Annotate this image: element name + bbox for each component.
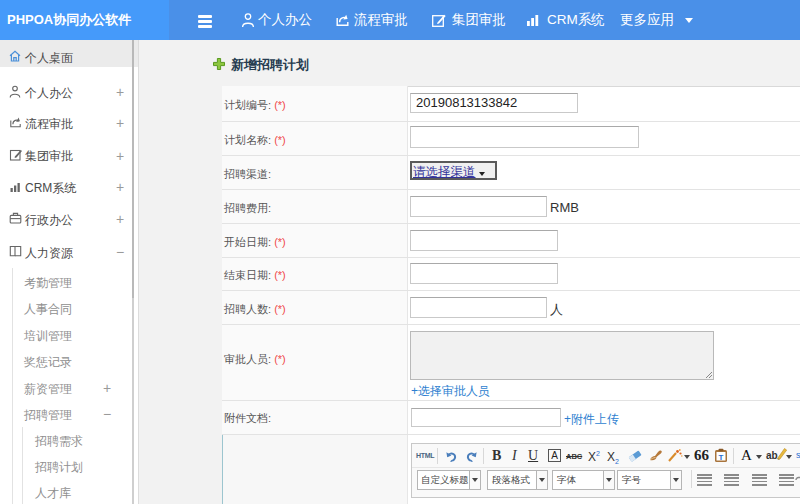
svg-text:T: T — [719, 453, 724, 462]
